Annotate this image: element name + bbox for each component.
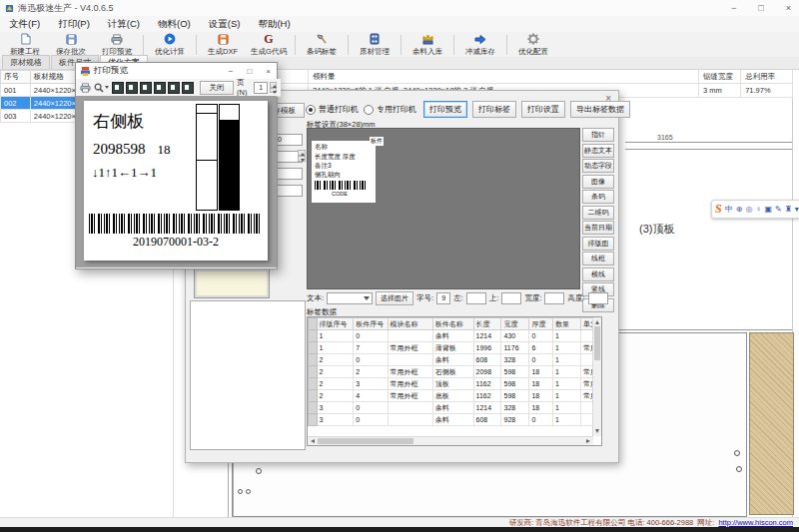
special-printer-radio[interactable]: 专用打印机 xyxy=(364,104,416,115)
field-code[interactable]: CODE xyxy=(332,191,348,197)
left-input[interactable] xyxy=(466,292,486,304)
label-data-row[interactable]: 17常用外框 薄背板19961176 61常用外框 卧 xyxy=(309,342,603,354)
capture-tool-icon[interactable]: ✎ xyxy=(775,206,782,214)
label-data-row[interactable]: 30 余料1214328 181 客 xyxy=(309,402,603,414)
designer-tool-button[interactable]: 横线 xyxy=(582,267,614,281)
field-remark[interactable]: 备注3 xyxy=(315,162,332,171)
designer-tool-button[interactable]: 条码 xyxy=(582,190,614,204)
scrap-instock-button[interactable]: 余料入库 xyxy=(404,33,450,57)
normal-printer-radio[interactable]: 普通打印机 xyxy=(306,104,359,115)
minimize-button[interactable]: − xyxy=(731,3,736,13)
designer-tool-button[interactable]: 静态文本 xyxy=(582,144,614,158)
table-vertical-scrollbar[interactable] xyxy=(592,317,601,436)
capture-tool-icon[interactable]: ▾ xyxy=(795,206,799,214)
menu-item[interactable]: 物料(O) xyxy=(149,18,200,31)
label-data-row[interactable]: 10 余料1214430 01 卧 xyxy=(309,330,603,342)
capture-tool-icon[interactable]: ♜ xyxy=(785,206,792,214)
page-number-input[interactable]: 1 xyxy=(254,82,268,94)
toolbar-separator xyxy=(453,35,454,55)
height-input[interactable] xyxy=(588,292,608,304)
preview-maximize-button[interactable]: □ xyxy=(247,67,252,76)
label-template[interactable]: 名称 板件 长度宽度 厚度 备注3 侧孔朝向 CODE xyxy=(312,141,376,203)
label-data-row[interactable]: 22常用外框 右侧板2098598 181常用外框 客 xyxy=(309,366,603,378)
template-listbox[interactable] xyxy=(190,300,306,450)
designer-tool-button[interactable]: 排版图 xyxy=(582,237,614,251)
optimize-config-button[interactable]: 优化配置 xyxy=(510,33,556,57)
top-input[interactable] xyxy=(501,292,521,304)
designer-tool-button[interactable]: 动态字段 xyxy=(582,159,614,173)
menu-item[interactable]: 计算(C) xyxy=(99,18,149,31)
zoom-icon[interactable] xyxy=(94,83,109,93)
menu-item[interactable]: 打印(P) xyxy=(49,18,99,31)
preview-close-button[interactable]: × xyxy=(266,67,271,76)
radio-selected-icon xyxy=(306,105,316,115)
generate-dxf-button[interactable]: 生成DXF xyxy=(200,33,246,57)
print-preview-button[interactable]: 打印预览 xyxy=(94,33,140,57)
table-horizontal-scrollbar[interactable] xyxy=(308,436,593,445)
copies-spinner[interactable] xyxy=(298,150,306,162)
capture-tool-icon[interactable]: ♀ xyxy=(755,206,761,214)
preview-minimize-button[interactable]: − xyxy=(229,67,234,76)
dialog-print-label-button[interactable]: 打印标签 xyxy=(472,101,516,118)
width-label: 宽度: xyxy=(524,293,541,303)
material-manage-button[interactable]: 原材管理 xyxy=(352,33,398,57)
barcode-label-button[interactable]: 条码标签 xyxy=(299,33,345,57)
field-size[interactable]: 长度宽度 厚度 xyxy=(315,153,356,162)
height-label: 高度: xyxy=(567,293,584,303)
page-layout-icon[interactable] xyxy=(168,82,180,94)
capture-tool-icon[interactable]: ◎ xyxy=(745,206,752,214)
designer-tool-button[interactable]: 指针 xyxy=(582,128,614,142)
color-swatch[interactable] xyxy=(194,268,270,298)
export-label-data-button[interactable]: 导出标签数据 xyxy=(570,101,630,118)
field-part[interactable]: 板件 xyxy=(370,137,384,146)
kerf-header: 锯缝宽度 xyxy=(699,70,741,84)
preview-close-cmd-button[interactable]: 关闭(C) xyxy=(200,81,234,95)
text-combobox[interactable] xyxy=(327,292,373,304)
page-layout-icon[interactable] xyxy=(154,82,166,94)
print-icon[interactable] xyxy=(80,83,91,93)
new-project-button[interactable]: 新建工程 xyxy=(2,33,48,57)
label-data-row[interactable]: 20 余料608328 01 客 xyxy=(309,354,603,366)
capture-tool-icon[interactable]: ⊕ xyxy=(736,206,743,214)
page-layout-icon[interactable] xyxy=(112,82,124,94)
field-holes[interactable]: 侧孔朝向 xyxy=(315,171,341,180)
properties-row: 文本: 选择图片 字号: 9 左: 上: 宽度: 高度: xyxy=(307,292,608,304)
label-data-row[interactable]: 30 余料608928 01 客 xyxy=(309,414,603,426)
dialog-print-preview-button[interactable]: 打印预览 xyxy=(423,101,467,118)
close-button[interactable]: × xyxy=(786,3,791,13)
generate-gcode-button[interactable]: G 生成G代码 xyxy=(246,33,292,57)
vendor-info: 研发商: 青岛海迅软件工程有限公司 电话: 400-666-2988 xyxy=(509,518,694,528)
label-data-row[interactable]: 23常用外框 顶板1162598 181常用外框 客 xyxy=(309,378,603,390)
page-layout-icon[interactable] xyxy=(182,82,194,94)
width-input[interactable] xyxy=(544,292,564,304)
capture-tool-icon[interactable]: ▣ xyxy=(764,206,772,214)
maximize-button[interactable]: □ xyxy=(758,3,763,13)
field-name[interactable]: 名称 xyxy=(315,143,328,152)
print-preview-window: 打印预览 − □ × 关闭(C) 页(N) 1 xyxy=(75,62,278,269)
menu-item[interactable]: 设置(S) xyxy=(200,18,250,31)
stock-reduce-button[interactable]: 冲减库存 xyxy=(457,33,503,57)
view-tab[interactable]: 原材规格 xyxy=(2,55,50,69)
dialog-print-settings-button[interactable]: 打印设置 xyxy=(521,101,565,118)
vendor-link[interactable]: http://www.hiscon.com xyxy=(718,518,793,527)
template-barcode[interactable] xyxy=(315,181,369,190)
title-bar: 海迅极速生产 - V4.0.6.5 − □ × xyxy=(0,0,799,17)
page-spinner[interactable] xyxy=(270,82,277,93)
leg-line xyxy=(233,454,234,517)
menu-item[interactable]: 帮助(H) xyxy=(249,18,299,31)
capture-tool-icon[interactable]: 中 xyxy=(725,206,733,214)
cutting-layout-diagram xyxy=(196,104,244,211)
designer-tool-button[interactable]: 图像 xyxy=(582,175,614,189)
save-batch-button[interactable]: 保存批次 xyxy=(48,33,94,57)
menu-item[interactable]: 文件(F) xyxy=(0,18,49,31)
page-layout-icon[interactable] xyxy=(140,82,152,94)
designer-tool-button[interactable]: 当前日期 xyxy=(582,221,614,235)
page-layout-icon[interactable] xyxy=(126,82,138,94)
optimize-calc-button[interactable]: 优化计算 xyxy=(147,33,193,57)
font-size-input[interactable]: 9 xyxy=(436,292,450,304)
designer-tool-button[interactable]: 二维码 xyxy=(582,206,614,220)
designer-tool-button[interactable]: 线框 xyxy=(582,252,614,266)
label-design-area[interactable]: 名称 板件 长度宽度 厚度 备注3 侧孔朝向 CODE xyxy=(307,128,580,289)
select-image-button[interactable]: 选择图片 xyxy=(376,291,413,305)
label-data-row[interactable]: 24常用外框 底板1162598 181常用外框 客 xyxy=(309,390,603,402)
